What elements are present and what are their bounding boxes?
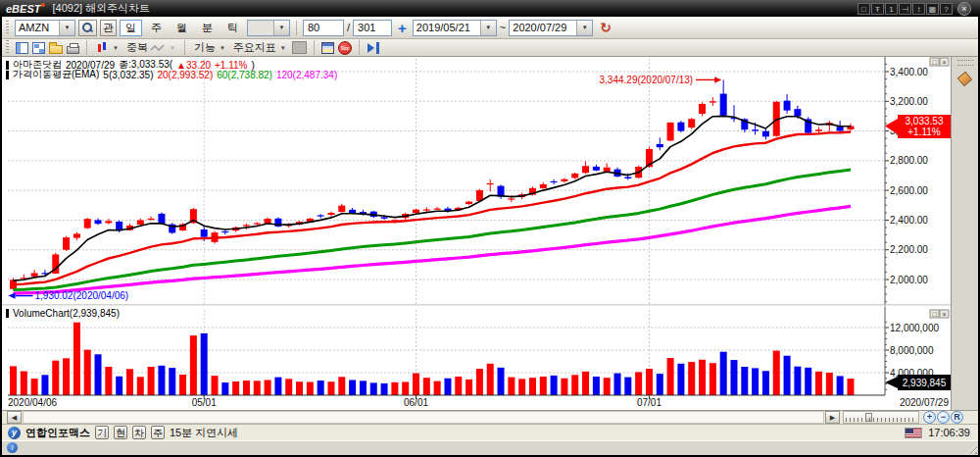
data-provider-label: 연합인포맥스 (25, 426, 90, 440)
zoom-in-button[interactable]: + (923, 411, 936, 424)
zoom-slider-handle[interactable] (865, 413, 872, 422)
ema-lines (14, 116, 852, 293)
ema20-line (14, 132, 852, 285)
window-controls: □ Ŧ 1 ⊣ ↕ ▦ ? × (858, 2, 971, 16)
status-button-ju[interactable]: 주 (151, 426, 165, 439)
ema-legend: 가격이동평균(EMA) 5(3,032.35) 20(2,993.52) 60(… (6, 68, 337, 81)
symbol-combo[interactable]: AMZN ▼ (15, 20, 75, 36)
volume-pane-title: VolumeChart(2,939,845) (6, 308, 120, 319)
chart-scrollbar-row: ◀ ▶ + − R (2, 410, 978, 424)
status-button-cha[interactable]: 차 (132, 426, 146, 439)
window-title: [4092] 해외주식차트 (52, 1, 150, 16)
overlay-menu[interactable]: 중복 ▼ (124, 40, 177, 55)
one-screen-button[interactable]: 1 (885, 3, 898, 15)
stock-chart: 3,400.003,200.003,000.002,800.002,600.00… (2, 57, 951, 410)
data-grid-icon[interactable] (321, 42, 334, 54)
bar-count-input[interactable]: 80 (303, 20, 344, 36)
symbol-value: AMZN (16, 22, 59, 33)
printer-icon[interactable] (67, 46, 79, 54)
svg-text:3,400.00: 3,400.00 (890, 67, 928, 77)
strip-grip[interactable] (957, 60, 973, 66)
ema-legend-title: 가격이동평균(EMA) (13, 68, 99, 81)
crosshair-plus-icon[interactable]: + (398, 20, 407, 36)
chevron-down-icon: ▼ (280, 45, 286, 51)
svg-text:05/01: 05/01 (192, 397, 217, 408)
gridlines (8, 59, 885, 395)
svg-text:2,200.00: 2,200.00 (890, 244, 928, 255)
svg-text:3,200.00: 3,200.00 (890, 96, 928, 107)
stop-icon[interactable]: Stop (338, 41, 352, 55)
minute-interval-combo: ▼ (247, 20, 290, 36)
interest-list-button[interactable]: 관 (100, 20, 117, 36)
scroll-left-button[interactable]: ◀ (7, 411, 22, 424)
ema120-legend: 120(2,487.34) (276, 70, 337, 80)
chevron-down-icon: ▼ (170, 45, 175, 51)
side-panel-toggle-icon[interactable] (367, 42, 381, 54)
maximize-button[interactable]: □ (858, 3, 870, 15)
period-monthly-button[interactable]: 월 (171, 20, 193, 36)
tile-windows-icon[interactable] (32, 42, 45, 54)
chevron-down-icon[interactable]: ▼ (576, 21, 592, 35)
status-button-gi[interactable]: 기 (95, 426, 109, 439)
period-daily-button[interactable]: 일 (120, 20, 142, 36)
zigzag-line-icon (150, 43, 166, 53)
resize-button[interactable]: ↕ (912, 3, 925, 15)
color-swatch-icon[interactable] (292, 41, 307, 54)
drawing-tool-strip (951, 57, 978, 410)
symbol-search-button[interactable] (78, 20, 97, 36)
chevron-down-icon[interactable]: ▼ (480, 21, 496, 35)
open-folder-icon[interactable] (49, 45, 63, 54)
dock-button[interactable]: ⊣ (899, 3, 911, 15)
status-button-hyun[interactable]: 현 (114, 426, 127, 439)
toolbar-grip[interactable] (6, 21, 9, 35)
overlays: 3,344.29(2020/07/13)1,930.02(2020/04/06)… (2, 58, 951, 390)
chart-panel: 3,400.003,200.003,000.002,800.002,600.00… (2, 57, 951, 410)
close-button[interactable]: × (957, 2, 971, 16)
toolbar-separator (314, 40, 315, 55)
chevron-down-icon[interactable]: ▼ (59, 21, 74, 35)
period-minute-button[interactable]: 분 (196, 20, 219, 36)
indicators-menu[interactable]: 주요지표 ▼ (231, 40, 288, 55)
resize-grip[interactable] (966, 443, 977, 454)
date-from-combo[interactable]: 2019/05/21 ▼ (413, 20, 497, 36)
functions-menu[interactable]: 기능 ▼ (192, 40, 227, 55)
low-annotation: 1,930.02(2020/04/06) (35, 290, 129, 301)
chevron-down-icon: ▼ (220, 45, 225, 51)
pin-button[interactable]: Ŧ (871, 3, 884, 15)
svg-text:2020/04/06: 2020/04/06 (8, 397, 57, 408)
zoom-reset-button[interactable]: R (951, 411, 963, 424)
us-flag-icon (905, 428, 922, 438)
svg-text:06/01: 06/01 (404, 397, 428, 408)
legend-bullet (6, 309, 9, 318)
period-weekly-button[interactable]: 주 (145, 20, 168, 36)
scroll-right-button[interactable]: ▶ (825, 411, 840, 424)
delay-notice: 15분 지연시세 (170, 426, 238, 440)
svg-text:2,400.00: 2,400.00 (890, 215, 928, 226)
legend-bullet (6, 71, 9, 79)
zoom-slider[interactable] (843, 411, 919, 424)
date-to-combo[interactable]: 2020/07/29 ▼ (509, 20, 593, 36)
help-button[interactable]: ? (940, 3, 953, 15)
pane-splitter[interactable] (2, 302, 951, 308)
high-annotation: 3,344.29(2020/07/13) (600, 75, 694, 85)
title-bar: eBEST [4092] 해외주식차트 □ Ŧ 1 ⊣ ↕ ▦ ? × (0, 0, 980, 17)
bar-total-input[interactable]: 301 (353, 20, 392, 36)
chart-type-menu[interactable]: ▼ (94, 41, 121, 55)
svg-text:×: × (942, 59, 946, 66)
ebest-logo: eBEST (6, 3, 40, 15)
eraser-icon[interactable] (957, 72, 972, 86)
svg-text:12,000,000: 12,000,000 (890, 323, 939, 333)
zoom-out-button[interactable]: − (937, 411, 950, 424)
ema20-legend: 20(2,993.52) (158, 70, 214, 80)
chart-layout-icon[interactable] (16, 42, 28, 54)
overlay-label: 중복 (126, 40, 148, 55)
layout-button[interactable]: ▦ (926, 3, 939, 15)
svg-text:2,600.00: 2,600.00 (890, 185, 928, 196)
toolbar-main: AMZN ▼ 관 일 주 월 분 틱 ▼ 80 / 301 + 2019/05/… (2, 17, 978, 39)
refresh-icon[interactable]: ↻ (600, 20, 612, 35)
period-tick-button[interactable]: 틱 (221, 20, 244, 36)
toolbar-grip[interactable] (6, 40, 9, 55)
scrollbar-track[interactable] (23, 411, 824, 424)
info-icon[interactable]: i (7, 442, 18, 453)
svg-text:2,939,845: 2,939,845 (903, 378, 947, 388)
